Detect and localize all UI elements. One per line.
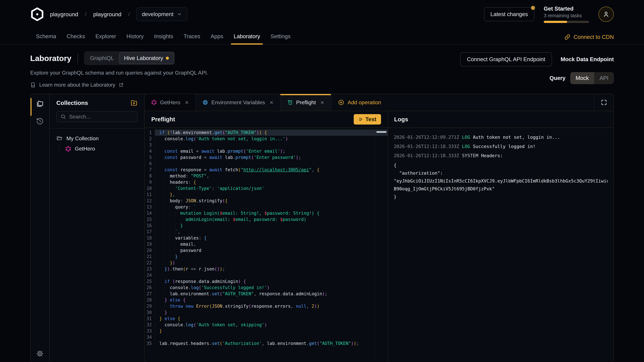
close-icon[interactable]: × xyxy=(270,99,273,106)
page-description: Explore your GraphQL schema and run quer… xyxy=(30,70,208,76)
collections-title: Collections xyxy=(56,99,88,106)
code-line[interactable]: 22 }) xyxy=(144,260,388,266)
close-icon[interactable]: × xyxy=(185,99,189,106)
search-input[interactable] xyxy=(69,114,140,120)
code-line[interactable]: 12 body: JSON.stringify({ xyxy=(144,198,388,204)
code-line[interactable]: 24 xyxy=(144,272,388,278)
code-line[interactable]: 14 mutation Login($email: String!, $pass… xyxy=(144,210,388,216)
nav-item-traces[interactable]: Traces xyxy=(184,33,200,44)
notification-dot xyxy=(531,6,535,10)
tab-gethero[interactable]: GetHero × xyxy=(144,94,196,111)
gear-icon xyxy=(36,350,44,358)
code-line[interactable]: 16 } xyxy=(144,223,388,229)
tab-bar: GetHero × Environment Variables × Prefli… xyxy=(144,94,614,111)
new-collection-button[interactable] xyxy=(130,99,138,106)
code-line[interactable]: 17 `, xyxy=(144,229,388,235)
operation-row-gethero[interactable]: GetHero xyxy=(66,146,138,152)
toggle-hive-laboratory[interactable]: Hive Laboratory xyxy=(119,52,174,64)
external-link-icon xyxy=(118,82,124,87)
code-line[interactable]: 27 lab.environment.set("AUTH_TOKEN", res… xyxy=(144,291,388,297)
hive-logo-icon[interactable] xyxy=(30,7,44,21)
connect-to-cdn-link[interactable]: Connect to CDN xyxy=(564,34,614,44)
code-line[interactable]: 1if (!lab.environment.get("AUTH_TOKEN"))… xyxy=(144,130,388,136)
user-avatar[interactable] xyxy=(598,6,614,22)
editor-overview-strip[interactable] xyxy=(375,130,388,362)
history-rail-button[interactable] xyxy=(36,117,44,125)
laboratory-panel: Collections My Colle xyxy=(30,94,614,362)
folders-icon xyxy=(36,100,44,108)
toggle-graphiql[interactable]: GraphiQL xyxy=(85,52,119,64)
code-line[interactable]: 32 console.log('Auth token set, skipping… xyxy=(144,322,388,328)
close-icon[interactable]: × xyxy=(320,99,324,106)
accent-dot xyxy=(166,57,169,60)
code-line[interactable]: 7 const response = await fetch("http://l… xyxy=(144,167,388,173)
code-area[interactable]: 1if (!lab.environment.get("AUTH_TOKEN"))… xyxy=(144,128,388,362)
code-line[interactable]: 25 if (response.data.adminLogin) { xyxy=(144,278,388,285)
code-line[interactable]: 26 console.log('Successfully logged in!'… xyxy=(144,285,388,291)
log-block-line: "authorization": xyxy=(394,170,608,176)
tab-environment-variables[interactable]: Environment Variables × xyxy=(196,94,280,111)
breadcrumb-org[interactable]: playground xyxy=(50,11,78,17)
folder-open-icon xyxy=(56,135,63,142)
play-icon xyxy=(358,117,363,122)
code-line[interactable]: 3 xyxy=(144,142,388,148)
target-select[interactable]: development xyxy=(136,7,187,21)
code-line[interactable]: 21 } xyxy=(144,254,388,260)
mock-data-endpoint-button[interactable]: Mock Data Endpoint xyxy=(561,56,614,62)
settings-rail-button[interactable] xyxy=(36,350,44,358)
add-operation-button[interactable]: Add operation xyxy=(331,94,388,111)
code-line[interactable]: 28 } else { xyxy=(144,297,388,303)
tab-preflight[interactable]: Preflight × xyxy=(280,94,331,111)
connect-graphql-endpoint-button[interactable]: Connect GraphQL API Endpoint xyxy=(460,52,552,66)
get-started-subtitle: 3 remaining tasks xyxy=(544,13,589,18)
nav-item-history[interactable]: History xyxy=(126,33,144,44)
search-icon xyxy=(60,114,66,119)
get-started-widget[interactable]: Get Started 3 remaining tasks xyxy=(544,5,589,23)
code-line[interactable]: 15 adminLogin(email: $email, password: $… xyxy=(144,216,388,223)
code-line[interactable]: 20 password xyxy=(144,247,388,254)
latest-changes-button[interactable]: Latest changes xyxy=(484,7,534,21)
fullscreen-button[interactable] xyxy=(594,94,614,111)
code-line[interactable]: 19 email, xyxy=(144,241,388,247)
breadcrumb-project[interactable]: playground xyxy=(93,11,122,17)
nav-item-explorer[interactable]: Explorer xyxy=(96,33,116,44)
code-line[interactable]: 5 const password = await lab.prompt('Ent… xyxy=(144,154,388,161)
operation-label: GetHero xyxy=(75,146,95,152)
code-line[interactable]: 2 console.log('Auth token not set, loggi… xyxy=(144,136,388,142)
learn-more-link[interactable]: Learn more about the Laboratory xyxy=(30,82,208,88)
mode-mock[interactable]: Mock xyxy=(570,72,594,84)
code-line[interactable]: 11 }, xyxy=(144,192,388,198)
nav-item-apps[interactable]: Apps xyxy=(211,33,223,44)
code-line[interactable]: 9 headers: { xyxy=(144,179,388,185)
book-icon xyxy=(30,82,36,88)
code-line[interactable]: 33} xyxy=(144,328,388,334)
test-button[interactable]: Test xyxy=(354,114,381,124)
nav-items: Schema Checks Explorer History Insights … xyxy=(36,33,290,44)
code-line[interactable]: 34 xyxy=(144,334,388,340)
code-line[interactable]: 30 } xyxy=(144,309,388,316)
code-line[interactable]: 31} else { xyxy=(144,316,388,322)
fullscreen-icon xyxy=(600,99,607,106)
code-line[interactable]: 23 }).then(r => r.json()); xyxy=(144,266,388,272)
collections-search[interactable] xyxy=(56,111,138,122)
top-bar-right: Latest changes Get Started 3 remaining t… xyxy=(484,5,614,23)
code-line[interactable]: 13 query: ` xyxy=(144,204,388,210)
collections-rail-button[interactable] xyxy=(36,100,44,108)
nav-item-settings[interactable]: Settings xyxy=(270,33,290,44)
code-line[interactable]: 29 throw new Error(JSON.stringify(respon… xyxy=(144,303,388,309)
code-line[interactable]: 6 xyxy=(144,161,388,167)
collection-folder-row[interactable]: My Collection xyxy=(56,135,138,142)
page-title: Laboratory xyxy=(30,54,72,63)
mode-api[interactable]: API xyxy=(594,72,614,84)
nav-item-insights[interactable]: Insights xyxy=(154,33,173,44)
code-line[interactable]: 8 method: "POST", xyxy=(144,173,388,179)
icon-rail xyxy=(30,94,50,362)
nav-item-schema[interactable]: Schema xyxy=(36,33,56,44)
code-line[interactable]: 18 variables: { xyxy=(144,235,388,241)
nav-item-laboratory[interactable]: Laboratory xyxy=(234,33,260,44)
code-line[interactable]: 4 const email = await lab.prompt('Enter … xyxy=(144,148,388,154)
graphql-icon xyxy=(151,100,157,105)
nav-item-checks[interactable]: Checks xyxy=(66,33,85,44)
code-line[interactable]: 10 'Content-Type': 'application/json' xyxy=(144,185,388,192)
code-line[interactable]: 35lab.request.headers.set('Authorization… xyxy=(144,340,388,347)
